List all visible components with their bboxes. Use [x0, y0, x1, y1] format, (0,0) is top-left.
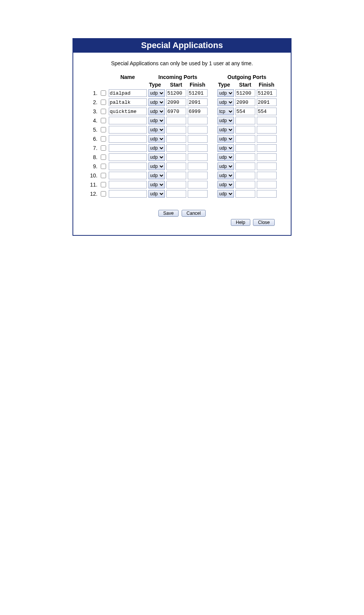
incoming-type-select[interactable]: udptcp — [148, 126, 165, 134]
outgoing-start-input[interactable] — [235, 172, 255, 179]
incoming-type-select[interactable]: udptcp — [148, 108, 165, 115]
name-input[interactable] — [109, 89, 147, 97]
outgoing-type-select[interactable]: udptcp — [217, 117, 234, 124]
incoming-type-select[interactable]: udptcp — [148, 190, 165, 198]
outgoing-finish-input[interactable] — [257, 181, 277, 188]
enable-checkbox[interactable] — [101, 90, 106, 96]
outgoing-start-input[interactable] — [235, 135, 255, 143]
incoming-finish-input[interactable] — [188, 98, 208, 106]
outgoing-type-select[interactable]: udptcp — [217, 181, 234, 188]
incoming-start-input[interactable] — [166, 98, 186, 106]
incoming-finish-input[interactable] — [188, 172, 208, 179]
incoming-start-input[interactable] — [166, 126, 186, 134]
incoming-type-select[interactable]: udptcp — [148, 135, 165, 143]
outgoing-finish-input[interactable] — [257, 172, 277, 179]
name-input[interactable] — [109, 163, 147, 170]
outgoing-type-select[interactable]: udptcp — [217, 89, 234, 97]
name-input[interactable] — [109, 98, 147, 106]
outgoing-start-input[interactable] — [235, 153, 255, 161]
incoming-type-select[interactable]: udptcp — [148, 117, 165, 124]
name-input[interactable] — [109, 126, 147, 134]
incoming-start-input[interactable] — [166, 153, 186, 161]
outgoing-start-input[interactable] — [235, 144, 255, 152]
outgoing-start-input[interactable] — [235, 98, 255, 106]
enable-checkbox[interactable] — [101, 164, 106, 169]
outgoing-finish-input[interactable] — [257, 89, 277, 97]
outgoing-type-select[interactable]: udptcp — [217, 163, 234, 170]
incoming-type-select[interactable]: udptcp — [148, 172, 165, 179]
outgoing-start-input[interactable] — [235, 163, 255, 170]
outgoing-type-select[interactable]: udptcp — [217, 144, 234, 152]
name-input[interactable] — [109, 153, 147, 161]
incoming-type-select[interactable]: udptcp — [148, 89, 165, 97]
incoming-finish-input[interactable] — [188, 163, 208, 170]
outgoing-type-select[interactable]: udptcp — [217, 135, 234, 143]
enable-checkbox[interactable] — [101, 145, 106, 151]
enable-checkbox[interactable] — [101, 191, 106, 196]
name-input[interactable] — [109, 144, 147, 152]
incoming-finish-input[interactable] — [188, 190, 208, 198]
outgoing-finish-input[interactable] — [257, 135, 277, 143]
outgoing-type-select[interactable]: udptcp — [217, 98, 234, 106]
incoming-start-input[interactable] — [166, 181, 186, 188]
incoming-finish-input[interactable] — [188, 181, 208, 188]
outgoing-type-select[interactable]: udptcp — [217, 126, 234, 134]
outgoing-finish-input[interactable] — [257, 98, 277, 106]
enable-checkbox[interactable] — [101, 127, 106, 132]
enable-checkbox[interactable] — [101, 109, 106, 114]
outgoing-finish-input[interactable] — [257, 126, 277, 134]
outgoing-finish-input[interactable] — [257, 153, 277, 161]
incoming-finish-input[interactable] — [188, 89, 208, 97]
outgoing-type-select[interactable]: udptcp — [217, 153, 234, 161]
incoming-finish-input[interactable] — [188, 135, 208, 143]
outgoing-finish-input[interactable] — [257, 144, 277, 152]
outgoing-start-input[interactable] — [235, 190, 255, 198]
incoming-type-select[interactable]: udptcp — [148, 144, 165, 152]
name-input[interactable] — [109, 108, 147, 115]
outgoing-start-input[interactable] — [235, 108, 255, 115]
name-input[interactable] — [109, 135, 147, 143]
incoming-finish-input[interactable] — [188, 144, 208, 152]
incoming-start-input[interactable] — [166, 108, 186, 115]
enable-checkbox[interactable] — [101, 173, 106, 178]
enable-checkbox[interactable] — [101, 100, 106, 105]
outgoing-finish-input[interactable] — [257, 117, 277, 124]
outgoing-type-select[interactable]: udptcp — [217, 190, 234, 198]
name-input[interactable] — [109, 172, 147, 179]
enable-checkbox[interactable] — [101, 118, 106, 123]
outgoing-start-input[interactable] — [235, 89, 255, 97]
enable-checkbox[interactable] — [101, 155, 106, 160]
incoming-start-input[interactable] — [166, 144, 186, 152]
close-button[interactable]: Close — [253, 219, 275, 226]
incoming-start-input[interactable] — [166, 172, 186, 179]
incoming-type-select[interactable]: udptcp — [148, 163, 165, 170]
incoming-type-select[interactable]: udptcp — [148, 181, 165, 188]
incoming-type-select[interactable]: udptcp — [148, 153, 165, 161]
enable-checkbox[interactable] — [101, 182, 106, 187]
name-input[interactable] — [109, 190, 147, 198]
cancel-button[interactable]: Cancel — [182, 210, 206, 217]
outgoing-start-input[interactable] — [235, 181, 255, 188]
help-button[interactable]: Help — [231, 219, 250, 226]
incoming-finish-input[interactable] — [188, 117, 208, 124]
outgoing-finish-input[interactable] — [257, 108, 277, 115]
outgoing-finish-input[interactable] — [257, 190, 277, 198]
save-button[interactable]: Save — [158, 210, 179, 217]
incoming-type-select[interactable]: udptcp — [148, 98, 165, 106]
incoming-start-input[interactable] — [166, 190, 186, 198]
name-input[interactable] — [109, 117, 147, 124]
outgoing-start-input[interactable] — [235, 126, 255, 134]
outgoing-start-input[interactable] — [235, 117, 255, 124]
outgoing-type-select[interactable]: udptcp — [217, 172, 234, 179]
incoming-finish-input[interactable] — [188, 126, 208, 134]
incoming-start-input[interactable] — [166, 163, 186, 170]
incoming-start-input[interactable] — [166, 117, 186, 124]
outgoing-type-select[interactable]: udptcp — [217, 108, 234, 115]
name-input[interactable] — [109, 181, 147, 188]
incoming-start-input[interactable] — [166, 89, 186, 97]
incoming-finish-input[interactable] — [188, 153, 208, 161]
enable-checkbox[interactable] — [101, 136, 106, 142]
incoming-start-input[interactable] — [166, 135, 186, 143]
incoming-finish-input[interactable] — [188, 108, 208, 115]
outgoing-finish-input[interactable] — [257, 163, 277, 170]
